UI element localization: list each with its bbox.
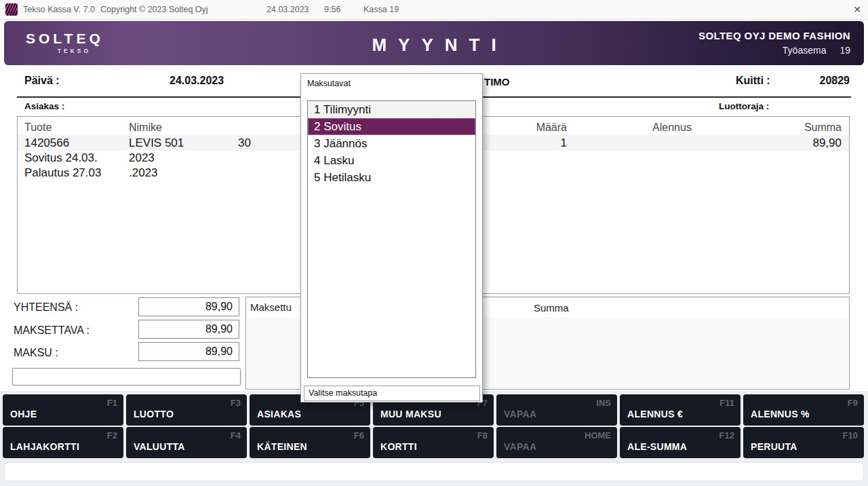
button-label: LAHJAKORTTI: [10, 441, 79, 452]
command-input[interactable]: [4, 462, 864, 481]
table-header-row-nimike: Nimike: [129, 119, 162, 135]
button-label: ALENNUS %: [751, 409, 810, 419]
button-shortcut: F4: [231, 430, 241, 441]
payment-method-item[interactable]: 4 Lasku: [308, 152, 475, 169]
fkey-button-peruuta[interactable]: PERUUTAF10: [743, 427, 864, 458]
register-number: Kassa 19: [363, 0, 399, 20]
button-label: VAPAA: [504, 441, 536, 452]
app-icon: [5, 3, 18, 16]
pos-application-window: Tekso Kassa V. 7.0 Copyright © 2023 Solt…: [0, 0, 868, 486]
fkey-button-vapaa: VAPAAHOME: [496, 427, 617, 458]
fkey-button-valuutta[interactable]: VALUUTTAF4: [126, 427, 247, 458]
function-keys-grid: OHJEF1LUOTTOF3ASIAKASF5MUU MAKSUF7VAPAAI…: [3, 394, 864, 458]
fkey-button-luotto[interactable]: LUOTTOF3: [126, 394, 247, 426]
close-icon[interactable]: ✕: [853, 0, 861, 20]
total-label: MAKSU :: [14, 347, 58, 359]
button-shortcut: F9: [848, 398, 858, 408]
button-shortcut: HOME: [585, 430, 611, 441]
button-label: ASIAKAS: [257, 409, 301, 419]
workstation-number: 19: [840, 45, 850, 56]
payment-method-item[interactable]: 5 Hetilasku: [308, 169, 475, 186]
button-label: ALE-SUMMA: [627, 441, 687, 452]
paid-label: Maksettu: [250, 301, 292, 313]
workstation-info: Työasema19: [698, 45, 850, 56]
table-row-summa: 89,90: [735, 135, 842, 151]
payment-method-list[interactable]: 1 Tilimyynti2 Sovitus3 Jäännös4 Lasku5 H…: [307, 100, 476, 378]
button-label: MUU MAKSU: [380, 409, 441, 419]
receipt-number: 20829: [820, 75, 850, 87]
entry-input[interactable]: [12, 368, 241, 386]
table-row-nimike: 2023: [129, 150, 155, 166]
page-title: MYYNTI: [360, 35, 507, 56]
button-label: KÄTEINEN: [257, 441, 307, 452]
button-label: VAPAA: [504, 409, 536, 419]
customer-label: Asiakas :: [24, 101, 64, 111]
fkey-button-k-teinen[interactable]: KÄTEINENF6: [250, 427, 370, 458]
button-shortcut: F6: [354, 430, 364, 441]
copyright-text: Copyright © 2023 Solteq Oyj: [100, 0, 208, 20]
total-value-box[interactable]: 89,90: [138, 342, 239, 361]
button-shortcut: F3: [231, 398, 241, 408]
button-label: ALENNUS €: [627, 409, 683, 419]
button-shortcut: F12: [719, 430, 734, 441]
total-value-box[interactable]: 89,90: [138, 320, 239, 339]
table-header-row-alennus: Alennus: [611, 119, 733, 135]
button-shortcut: F1: [107, 398, 117, 408]
button-label: LUOTTO: [134, 409, 174, 419]
payment-method-item[interactable]: 1 Tilimyynti: [308, 101, 475, 118]
titlebar-date: 24.03.2023: [267, 0, 309, 20]
button-shortcut: F10: [843, 430, 858, 441]
solteq-logo: SOLTEQ TEKSO: [26, 31, 94, 54]
fkey-button-ohje[interactable]: OHJEF1: [3, 394, 123, 426]
fkey-button-vapaa: VAPAAINS: [496, 394, 617, 426]
total-label: YHTEENSÄ :: [14, 301, 78, 314]
table-header-row-summa: Summa: [735, 119, 842, 135]
table-row-extra: 30: [238, 135, 251, 151]
payment-method-item[interactable]: 2 Sovitus: [308, 118, 475, 135]
button-label: PERUUTA: [751, 441, 797, 452]
store-name: SOLTEQ OYJ DEMO FASHION: [698, 30, 850, 41]
table-row-tuote: Palautus 27.03: [24, 165, 101, 181]
fkey-button-lahjakortti[interactable]: LAHJAKORTTIF2: [3, 427, 123, 458]
payment-method-item[interactable]: 3 Jäännös: [308, 135, 475, 152]
button-shortcut: F8: [477, 430, 488, 441]
table-row-nimike: .2023: [129, 165, 158, 181]
fkey-button-kortti[interactable]: KORTTIF8: [373, 427, 494, 458]
receipt-label: Kuitti :: [736, 75, 770, 87]
app-title: Tekso Kassa V. 7.0: [23, 0, 95, 20]
date-label: Päivä :: [24, 75, 60, 87]
store-info: SOLTEQ OYJ DEMO FASHION Työasema19: [698, 30, 850, 56]
total-label: MAKSETTAVA :: [14, 324, 90, 337]
function-key-bar: OHJEF1LUOTTOF3ASIAKASF5MUU MAKSUF7VAPAAI…: [0, 391, 868, 486]
button-label: OHJE: [10, 409, 37, 419]
button-shortcut: F11: [719, 398, 734, 408]
date-value: 24.03.2023: [170, 75, 224, 87]
workstation-label: Työasema: [783, 45, 827, 56]
window-titlebar: Tekso Kassa V. 7.0 Copyright © 2023 Solt…: [0, 0, 868, 20]
logo-text: SOLTEQ: [26, 31, 94, 47]
logo-subtext: TEKSO: [26, 48, 94, 54]
paid-summa-header: Summa: [534, 302, 569, 314]
dialog-status-bar: Valitse maksutapa: [304, 386, 480, 401]
button-label: KORTTI: [380, 441, 417, 452]
button-shortcut: INS: [596, 398, 611, 408]
total-value-box[interactable]: 89,90: [138, 297, 239, 316]
table-row-tuote: Sovitus 24.03.: [24, 150, 98, 166]
dialog-title: Maksutavat: [307, 79, 351, 88]
seller-name: TIMO: [484, 76, 510, 88]
fkey-button-alennus-[interactable]: ALENNUS €F11: [620, 394, 741, 426]
table-header-row-tuote: Tuote: [24, 119, 52, 135]
button-shortcut: F2: [107, 430, 117, 441]
payment-methods-dialog: Maksutavat 1 Tilimyynti2 Sovitus3 Jäännö…: [300, 73, 483, 403]
app-header: SOLTEQ TEKSO MYYNTI SOLTEQ OYJ DEMO FASH…: [4, 21, 864, 65]
fkey-button-ale-summa[interactable]: ALE-SUMMAF12: [620, 427, 741, 458]
fkey-button-alennus-[interactable]: ALENNUS %F9: [743, 394, 864, 426]
button-label: VALUUTTA: [134, 441, 185, 452]
titlebar-time: 9:56: [324, 0, 340, 20]
credit-limit-label: Luottoraja :: [719, 101, 769, 111]
table-row-nimike: LEVIS 501: [129, 135, 184, 151]
table-row-tuote: 1420566: [24, 135, 69, 151]
